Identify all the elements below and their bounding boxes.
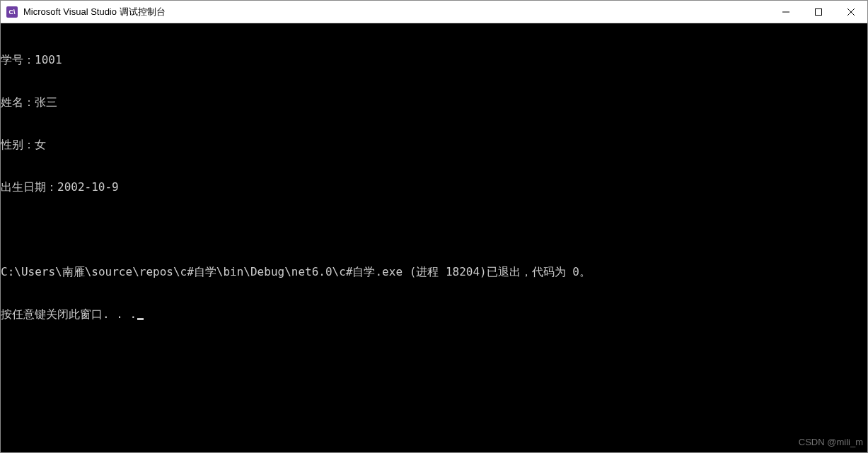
app-icon-text: C\ — [9, 8, 16, 16]
close-button[interactable] — [835, 1, 867, 23]
console-prompt-text: 按任意键关闭此窗口. . . — [1, 307, 137, 321]
minimize-icon — [782, 8, 789, 16]
cursor-icon — [137, 318, 144, 320]
window-title: Microsoft Visual Studio 调试控制台 — [23, 6, 770, 18]
console-line — [1, 223, 867, 237]
console-prompt-line: 按任意键关闭此窗口. . . — [1, 307, 867, 322]
minimize-button[interactable] — [770, 1, 802, 23]
debug-console-window: C\ Microsoft Visual Studio 调试控制台 学号：1001… — [0, 0, 868, 453]
maximize-icon — [815, 8, 822, 16]
close-icon — [847, 8, 855, 16]
svg-rect-1 — [816, 8, 822, 15]
watermark: CSDN @mili_m — [799, 437, 863, 448]
maximize-button[interactable] — [802, 1, 835, 23]
console-line: 学号：1001 — [1, 53, 867, 67]
console-output[interactable]: 学号：1001 姓名：张三 性别：女 出生日期：2002-10-9 C:\Use… — [1, 23, 867, 452]
window-controls — [770, 1, 867, 23]
titlebar[interactable]: C\ Microsoft Visual Studio 调试控制台 — [1, 1, 867, 23]
console-line: C:\Users\南雁\source\repos\c#自学\bin\Debug\… — [1, 265, 867, 279]
console-line: 姓名：张三 — [1, 95, 867, 110]
console-line: 出生日期：2002-10-9 — [1, 180, 867, 194]
console-line: 性别：女 — [1, 138, 867, 152]
app-icon: C\ — [6, 6, 18, 18]
